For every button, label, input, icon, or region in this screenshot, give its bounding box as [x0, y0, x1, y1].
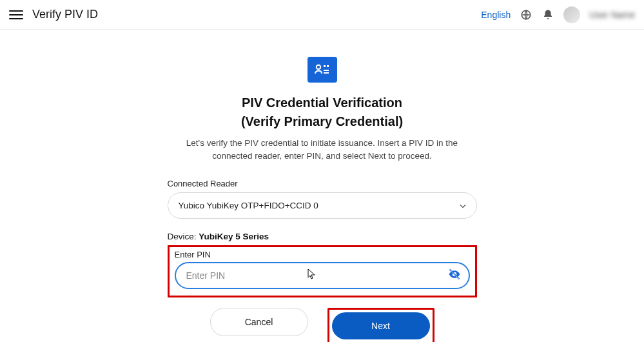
instructions-text: Let's verify the PIV credential to initi… [181, 137, 464, 163]
page-title: Verify PIV ID [32, 8, 98, 21]
svg-point-1 [316, 65, 320, 69]
avatar[interactable] [563, 6, 580, 23]
device-line: Device: YubiKey 5 Series [168, 232, 477, 241]
chevron-down-icon [460, 201, 466, 210]
id-card-icon [307, 57, 337, 83]
content-card: PIV Credential Verification (Verify Prim… [8, 39, 636, 342]
next-button[interactable]: Next [332, 312, 430, 339]
globe-icon[interactable] [520, 8, 532, 21]
eye-off-icon[interactable] [448, 268, 461, 283]
pin-input[interactable] [175, 262, 470, 289]
reader-selected-value: Yubico YubiKey OTP+FIDO+CCID 0 [179, 201, 318, 210]
reader-label: Connected Reader [168, 179, 477, 188]
device-value: YubiKey 5 Series [199, 232, 269, 241]
svg-rect-2 [324, 65, 326, 67]
device-label: Device: [168, 232, 197, 241]
main-heading: PIV Credential Verification [142, 94, 503, 112]
sub-heading: (Verify Primary Credential) [142, 113, 503, 130]
menu-icon[interactable] [9, 8, 23, 22]
svg-rect-3 [327, 65, 329, 67]
top-bar: Verify PIV ID English User Name [0, 0, 644, 30]
button-row: Cancel Next [168, 308, 477, 343]
pin-label: Enter PIN [175, 250, 470, 259]
next-highlight-box: Next [327, 308, 434, 343]
connected-reader-select[interactable]: Yubico YubiKey OTP+FIDO+CCID 0 [168, 192, 477, 219]
language-selector[interactable]: English [481, 10, 511, 20]
form-area: Connected Reader Yubico YubiKey OTP+FIDO… [168, 179, 477, 297]
cancel-button[interactable]: Cancel [210, 308, 308, 336]
svg-rect-4 [324, 70, 329, 71]
user-name: User Name [589, 10, 635, 20]
pin-input-wrap [175, 262, 470, 289]
top-bar-left: Verify PIV ID [9, 8, 98, 22]
bell-icon[interactable] [542, 8, 554, 21]
svg-rect-5 [324, 72, 329, 74]
top-bar-right: English User Name [481, 6, 635, 23]
pin-highlight-box: Enter PIN [168, 245, 477, 297]
